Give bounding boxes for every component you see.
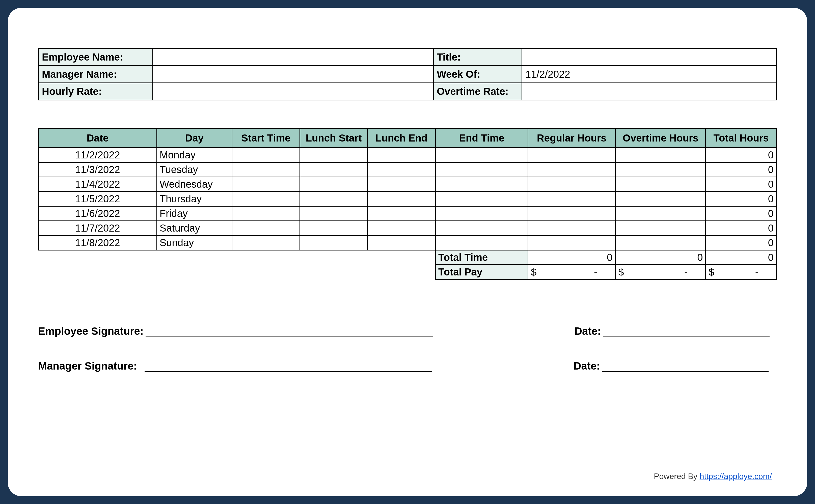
cell-lunch-start[interactable] bbox=[300, 177, 368, 192]
cell-day[interactable]: Friday bbox=[157, 206, 232, 221]
hourly-rate-value[interactable] bbox=[153, 83, 433, 100]
cell-regular[interactable] bbox=[528, 206, 615, 221]
cell-lunch-end[interactable] bbox=[368, 221, 436, 236]
cell-start[interactable] bbox=[232, 221, 300, 236]
cell-regular[interactable] bbox=[528, 148, 615, 162]
cell-lunch-start[interactable] bbox=[300, 236, 368, 250]
cell-lunch-end[interactable] bbox=[368, 177, 436, 192]
employee-date-line[interactable] bbox=[603, 326, 770, 337]
cell-end[interactable] bbox=[435, 206, 528, 221]
table-header-row: Date Day Start Time Lunch Start Lunch En… bbox=[39, 129, 777, 148]
col-day: Day bbox=[157, 129, 232, 148]
overtime-rate-label: Overtime Rate: bbox=[433, 83, 522, 100]
footer-link[interactable]: https://apploye.com/ bbox=[700, 472, 772, 481]
cell-date[interactable]: 11/8/2022 bbox=[39, 236, 157, 250]
cell-end[interactable] bbox=[435, 162, 528, 177]
cell-start[interactable] bbox=[232, 162, 300, 177]
col-regular: Regular Hours bbox=[528, 129, 615, 148]
cell-date[interactable]: 11/7/2022 bbox=[39, 221, 157, 236]
total-pay-total: $- bbox=[706, 265, 777, 279]
total-time-overtime: 0 bbox=[615, 250, 706, 265]
overtime-rate-value[interactable] bbox=[522, 83, 776, 100]
col-date: Date bbox=[39, 129, 157, 148]
timesheet-document: Employee Name: Title: Manager Name: Week… bbox=[6, 6, 809, 498]
cell-overtime[interactable] bbox=[615, 221, 706, 236]
cell-lunch-start[interactable] bbox=[300, 206, 368, 221]
table-row: 11/7/2022Saturday0 bbox=[39, 221, 777, 236]
total-pay-row: Total Pay $- $- $- bbox=[39, 265, 777, 279]
total-time-total: 0 bbox=[706, 250, 777, 265]
manager-signature-label: Manager Signature: bbox=[38, 360, 145, 372]
cell-regular[interactable] bbox=[528, 221, 615, 236]
cell-lunch-end[interactable] bbox=[368, 206, 436, 221]
cell-overtime[interactable] bbox=[615, 162, 706, 177]
title-value[interactable] bbox=[522, 49, 776, 66]
cell-day[interactable]: Tuesday bbox=[157, 162, 232, 177]
cell-end[interactable] bbox=[435, 148, 528, 162]
cell-total: 0 bbox=[706, 148, 777, 162]
table-row: 11/2/2022Monday0 bbox=[39, 148, 777, 162]
cell-day[interactable]: Saturday bbox=[157, 221, 232, 236]
cell-regular[interactable] bbox=[528, 236, 615, 250]
cell-lunch-end[interactable] bbox=[368, 192, 436, 206]
cell-day[interactable]: Thursday bbox=[157, 192, 232, 206]
hourly-rate-label: Hourly Rate: bbox=[39, 83, 153, 100]
table-row: 11/3/2022Tuesday0 bbox=[39, 162, 777, 177]
cell-regular[interactable] bbox=[528, 177, 615, 192]
cell-start[interactable] bbox=[232, 177, 300, 192]
cell-date[interactable]: 11/3/2022 bbox=[39, 162, 157, 177]
cell-overtime[interactable] bbox=[615, 192, 706, 206]
employee-date-label: Date: bbox=[575, 325, 603, 337]
cell-date[interactable]: 11/5/2022 bbox=[39, 192, 157, 206]
cell-total: 0 bbox=[706, 192, 777, 206]
cell-total: 0 bbox=[706, 221, 777, 236]
total-pay-regular: $- bbox=[528, 265, 615, 279]
cell-start[interactable] bbox=[232, 206, 300, 221]
cell-end[interactable] bbox=[435, 177, 528, 192]
manager-date-line[interactable] bbox=[602, 360, 769, 372]
cell-day[interactable]: Monday bbox=[157, 148, 232, 162]
cell-overtime[interactable] bbox=[615, 206, 706, 221]
footer: Powered By https://apploye.com/ bbox=[654, 472, 772, 481]
cell-date[interactable]: 11/2/2022 bbox=[39, 148, 157, 162]
manager-name-value[interactable] bbox=[153, 66, 433, 83]
cell-regular[interactable] bbox=[528, 162, 615, 177]
total-time-row: Total Time 0 0 0 bbox=[39, 250, 777, 265]
cell-start[interactable] bbox=[232, 236, 300, 250]
cell-start[interactable] bbox=[232, 148, 300, 162]
cell-day[interactable]: Wednesday bbox=[157, 177, 232, 192]
total-pay-label: Total Pay bbox=[435, 265, 528, 279]
cell-start[interactable] bbox=[232, 192, 300, 206]
cell-lunch-start[interactable] bbox=[300, 162, 368, 177]
cell-date[interactable]: 11/4/2022 bbox=[39, 177, 157, 192]
signature-area: Employee Signature: Date: Manager Signat… bbox=[38, 325, 777, 372]
total-time-regular: 0 bbox=[528, 250, 615, 265]
cell-overtime[interactable] bbox=[615, 148, 706, 162]
total-pay-overtime: $- bbox=[615, 265, 706, 279]
timesheet-table: Date Day Start Time Lunch Start Lunch En… bbox=[38, 128, 777, 280]
cell-day[interactable]: Sunday bbox=[157, 236, 232, 250]
cell-lunch-start[interactable] bbox=[300, 148, 368, 162]
cell-end[interactable] bbox=[435, 236, 528, 250]
employee-signature-row: Employee Signature: Date: bbox=[38, 325, 777, 337]
cell-overtime[interactable] bbox=[615, 177, 706, 192]
manager-signature-line[interactable] bbox=[145, 360, 432, 372]
cell-regular[interactable] bbox=[528, 192, 615, 206]
cell-lunch-end[interactable] bbox=[368, 162, 436, 177]
cell-end[interactable] bbox=[435, 221, 528, 236]
col-lunch-start: Lunch Start bbox=[300, 129, 368, 148]
cell-lunch-end[interactable] bbox=[368, 148, 436, 162]
employee-name-label: Employee Name: bbox=[39, 49, 153, 66]
cell-overtime[interactable] bbox=[615, 236, 706, 250]
cell-lunch-end[interactable] bbox=[368, 236, 436, 250]
cell-lunch-start[interactable] bbox=[300, 221, 368, 236]
manager-signature-row: Manager Signature: Date: bbox=[38, 360, 777, 372]
cell-date[interactable]: 11/6/2022 bbox=[39, 206, 157, 221]
table-row: 11/4/2022Wednesday0 bbox=[39, 177, 777, 192]
employee-signature-line[interactable] bbox=[146, 326, 433, 337]
week-of-value[interactable]: 11/2/2022 bbox=[522, 66, 776, 83]
employee-name-value[interactable] bbox=[153, 49, 433, 66]
cell-lunch-start[interactable] bbox=[300, 192, 368, 206]
cell-end[interactable] bbox=[435, 192, 528, 206]
table-row: 11/8/2022Sunday0 bbox=[39, 236, 777, 250]
